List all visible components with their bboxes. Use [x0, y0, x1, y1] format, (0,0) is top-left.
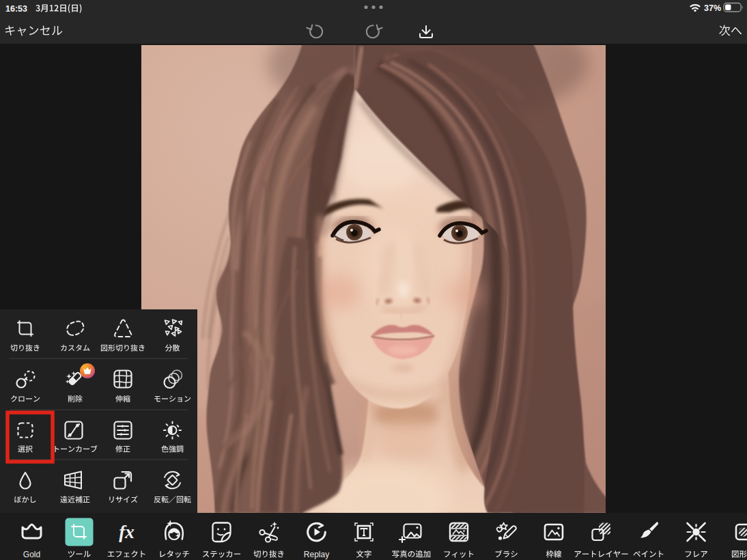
svg-text:fx: fx: [119, 522, 135, 542]
svg-text:Gold: Gold: [23, 550, 40, 559]
svg-text:Replay: Replay: [304, 550, 329, 559]
svg-text:37%: 37%: [704, 3, 721, 13]
svg-text:16:53: 16:53: [5, 4, 27, 14]
